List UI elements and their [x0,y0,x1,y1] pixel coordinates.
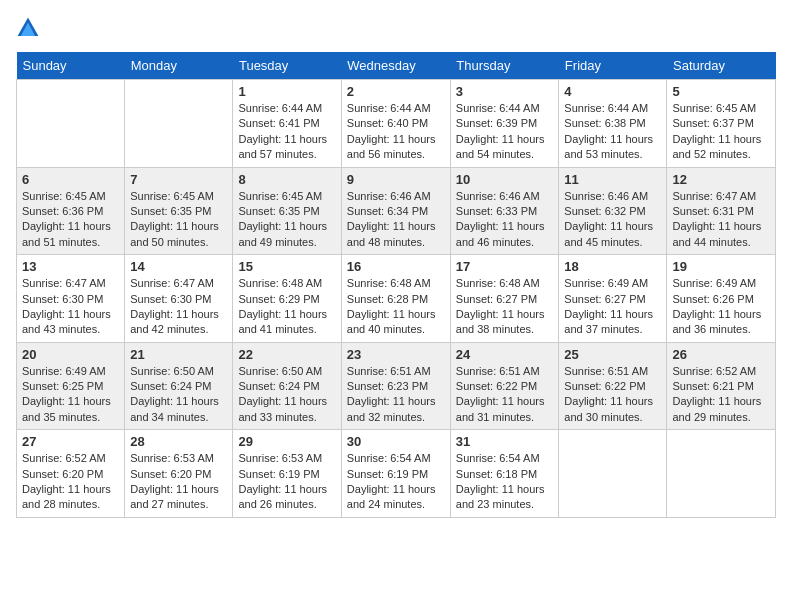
day-number: 25 [564,347,661,362]
day-number: 14 [130,259,227,274]
day-info: Sunrise: 6:52 AMSunset: 6:21 PMDaylight:… [672,364,770,426]
day-info: Sunrise: 6:45 AMSunset: 6:37 PMDaylight:… [672,101,770,163]
day-info: Sunrise: 6:49 AMSunset: 6:26 PMDaylight:… [672,276,770,338]
day-number: 11 [564,172,661,187]
calendar-cell: 23Sunrise: 6:51 AMSunset: 6:23 PMDayligh… [341,342,450,430]
day-info: Sunrise: 6:47 AMSunset: 6:30 PMDaylight:… [130,276,227,338]
calendar-cell: 29Sunrise: 6:53 AMSunset: 6:19 PMDayligh… [233,430,341,518]
calendar-cell: 17Sunrise: 6:48 AMSunset: 6:27 PMDayligh… [450,255,559,343]
day-info: Sunrise: 6:49 AMSunset: 6:27 PMDaylight:… [564,276,661,338]
calendar-cell: 1Sunrise: 6:44 AMSunset: 6:41 PMDaylight… [233,80,341,168]
day-info: Sunrise: 6:45 AMSunset: 6:36 PMDaylight:… [22,189,119,251]
calendar-cell: 30Sunrise: 6:54 AMSunset: 6:19 PMDayligh… [341,430,450,518]
day-number: 10 [456,172,554,187]
calendar-cell: 9Sunrise: 6:46 AMSunset: 6:34 PMDaylight… [341,167,450,255]
calendar-cell: 8Sunrise: 6:45 AMSunset: 6:35 PMDaylight… [233,167,341,255]
weekday-header-thursday: Thursday [450,52,559,80]
calendar-cell: 31Sunrise: 6:54 AMSunset: 6:18 PMDayligh… [450,430,559,518]
day-info: Sunrise: 6:53 AMSunset: 6:20 PMDaylight:… [130,451,227,513]
calendar-cell: 14Sunrise: 6:47 AMSunset: 6:30 PMDayligh… [125,255,233,343]
day-number: 4 [564,84,661,99]
day-number: 5 [672,84,770,99]
day-number: 6 [22,172,119,187]
calendar-cell: 24Sunrise: 6:51 AMSunset: 6:22 PMDayligh… [450,342,559,430]
calendar-cell: 20Sunrise: 6:49 AMSunset: 6:25 PMDayligh… [17,342,125,430]
day-number: 18 [564,259,661,274]
calendar-cell: 28Sunrise: 6:53 AMSunset: 6:20 PMDayligh… [125,430,233,518]
day-info: Sunrise: 6:47 AMSunset: 6:31 PMDaylight:… [672,189,770,251]
calendar-cell: 12Sunrise: 6:47 AMSunset: 6:31 PMDayligh… [667,167,776,255]
day-number: 29 [238,434,335,449]
day-info: Sunrise: 6:51 AMSunset: 6:23 PMDaylight:… [347,364,445,426]
day-number: 22 [238,347,335,362]
calendar-cell: 10Sunrise: 6:46 AMSunset: 6:33 PMDayligh… [450,167,559,255]
weekday-header-wednesday: Wednesday [341,52,450,80]
weekday-header-sunday: Sunday [17,52,125,80]
calendar-week-row: 20Sunrise: 6:49 AMSunset: 6:25 PMDayligh… [17,342,776,430]
weekday-header-row: SundayMondayTuesdayWednesdayThursdayFrid… [17,52,776,80]
day-number: 19 [672,259,770,274]
day-info: Sunrise: 6:45 AMSunset: 6:35 PMDaylight:… [238,189,335,251]
day-info: Sunrise: 6:51 AMSunset: 6:22 PMDaylight:… [564,364,661,426]
day-number: 30 [347,434,445,449]
day-info: Sunrise: 6:48 AMSunset: 6:27 PMDaylight:… [456,276,554,338]
calendar-cell: 22Sunrise: 6:50 AMSunset: 6:24 PMDayligh… [233,342,341,430]
day-info: Sunrise: 6:44 AMSunset: 6:41 PMDaylight:… [238,101,335,163]
day-number: 15 [238,259,335,274]
day-info: Sunrise: 6:48 AMSunset: 6:29 PMDaylight:… [238,276,335,338]
day-info: Sunrise: 6:44 AMSunset: 6:39 PMDaylight:… [456,101,554,163]
day-number: 31 [456,434,554,449]
day-info: Sunrise: 6:54 AMSunset: 6:19 PMDaylight:… [347,451,445,513]
calendar-cell: 21Sunrise: 6:50 AMSunset: 6:24 PMDayligh… [125,342,233,430]
day-info: Sunrise: 6:48 AMSunset: 6:28 PMDaylight:… [347,276,445,338]
day-number: 28 [130,434,227,449]
day-info: Sunrise: 6:53 AMSunset: 6:19 PMDaylight:… [238,451,335,513]
calendar-cell [125,80,233,168]
day-info: Sunrise: 6:46 AMSunset: 6:34 PMDaylight:… [347,189,445,251]
day-info: Sunrise: 6:50 AMSunset: 6:24 PMDaylight:… [130,364,227,426]
calendar-cell: 11Sunrise: 6:46 AMSunset: 6:32 PMDayligh… [559,167,667,255]
calendar-cell: 18Sunrise: 6:49 AMSunset: 6:27 PMDayligh… [559,255,667,343]
calendar-cell: 3Sunrise: 6:44 AMSunset: 6:39 PMDaylight… [450,80,559,168]
day-info: Sunrise: 6:46 AMSunset: 6:32 PMDaylight:… [564,189,661,251]
calendar-cell [667,430,776,518]
weekday-header-monday: Monday [125,52,233,80]
weekday-header-tuesday: Tuesday [233,52,341,80]
day-number: 17 [456,259,554,274]
calendar-cell: 2Sunrise: 6:44 AMSunset: 6:40 PMDaylight… [341,80,450,168]
day-number: 20 [22,347,119,362]
day-number: 27 [22,434,119,449]
calendar-cell: 27Sunrise: 6:52 AMSunset: 6:20 PMDayligh… [17,430,125,518]
day-number: 16 [347,259,445,274]
day-number: 21 [130,347,227,362]
logo [16,16,44,40]
calendar-cell: 19Sunrise: 6:49 AMSunset: 6:26 PMDayligh… [667,255,776,343]
day-number: 26 [672,347,770,362]
calendar-cell: 5Sunrise: 6:45 AMSunset: 6:37 PMDaylight… [667,80,776,168]
calendar-week-row: 6Sunrise: 6:45 AMSunset: 6:36 PMDaylight… [17,167,776,255]
day-info: Sunrise: 6:47 AMSunset: 6:30 PMDaylight:… [22,276,119,338]
weekday-header-friday: Friday [559,52,667,80]
day-info: Sunrise: 6:54 AMSunset: 6:18 PMDaylight:… [456,451,554,513]
day-info: Sunrise: 6:45 AMSunset: 6:35 PMDaylight:… [130,189,227,251]
day-number: 3 [456,84,554,99]
logo-icon [16,16,40,40]
day-number: 24 [456,347,554,362]
header [16,16,776,40]
calendar-cell: 7Sunrise: 6:45 AMSunset: 6:35 PMDaylight… [125,167,233,255]
calendar-week-row: 27Sunrise: 6:52 AMSunset: 6:20 PMDayligh… [17,430,776,518]
calendar-week-row: 1Sunrise: 6:44 AMSunset: 6:41 PMDaylight… [17,80,776,168]
day-info: Sunrise: 6:52 AMSunset: 6:20 PMDaylight:… [22,451,119,513]
day-info: Sunrise: 6:44 AMSunset: 6:40 PMDaylight:… [347,101,445,163]
calendar-cell: 26Sunrise: 6:52 AMSunset: 6:21 PMDayligh… [667,342,776,430]
day-number: 8 [238,172,335,187]
day-info: Sunrise: 6:50 AMSunset: 6:24 PMDaylight:… [238,364,335,426]
day-number: 9 [347,172,445,187]
day-number: 2 [347,84,445,99]
day-info: Sunrise: 6:51 AMSunset: 6:22 PMDaylight:… [456,364,554,426]
calendar-cell: 15Sunrise: 6:48 AMSunset: 6:29 PMDayligh… [233,255,341,343]
calendar-cell: 25Sunrise: 6:51 AMSunset: 6:22 PMDayligh… [559,342,667,430]
calendar-cell: 4Sunrise: 6:44 AMSunset: 6:38 PMDaylight… [559,80,667,168]
day-info: Sunrise: 6:49 AMSunset: 6:25 PMDaylight:… [22,364,119,426]
day-number: 13 [22,259,119,274]
